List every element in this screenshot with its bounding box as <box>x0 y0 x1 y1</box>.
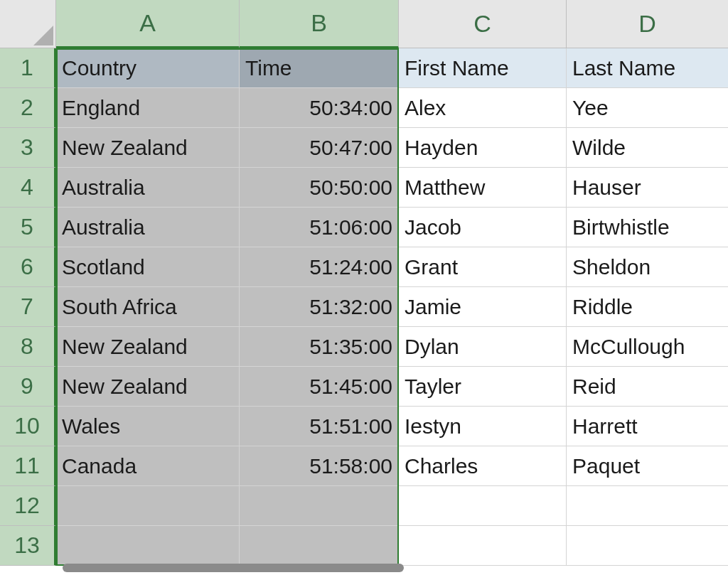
cell-B3[interactable]: 50:47:00 <box>240 128 399 168</box>
cell-D11[interactable]: Paquet <box>567 446 728 486</box>
column-header-B[interactable]: B <box>240 0 399 48</box>
row-header-1[interactable]: 1 <box>0 48 56 88</box>
cell-A13[interactable] <box>56 526 240 566</box>
row-header-12[interactable]: 12 <box>0 486 56 526</box>
horizontal-scrollbar[interactable] <box>63 564 717 572</box>
cell-B13[interactable] <box>240 526 399 566</box>
cell-D8[interactable]: McCullough <box>567 327 728 367</box>
table-row: Country Time First Name Last Name <box>56 48 728 88</box>
cell-C11[interactable]: Charles <box>399 446 567 486</box>
row-header-3[interactable]: 3 <box>0 128 56 168</box>
cell-B1[interactable]: Time <box>240 48 399 88</box>
row-header-7[interactable]: 7 <box>0 287 56 327</box>
cell-C2[interactable]: Alex <box>399 88 567 128</box>
cell-D12[interactable] <box>567 486 728 526</box>
cell-D3[interactable]: Wilde <box>567 128 728 168</box>
table-row: New Zealand 50:47:00 Hayden Wilde <box>56 128 728 168</box>
cell-D1[interactable]: Last Name <box>567 48 728 88</box>
table-row: Canada 51:58:00 Charles Paquet <box>56 446 728 486</box>
table-row: New Zealand 51:45:00 Tayler Reid <box>56 367 728 407</box>
table-row: Wales 51:51:00 Iestyn Harrett <box>56 407 728 446</box>
table-row: South Africa 51:32:00 Jamie Riddle <box>56 287 728 327</box>
select-all-corner[interactable] <box>0 0 56 48</box>
cell-D10[interactable]: Harrett <box>567 407 728 446</box>
cell-D7[interactable]: Riddle <box>567 287 728 327</box>
cell-D2[interactable]: Yee <box>567 88 728 128</box>
row-header-4[interactable]: 4 <box>0 168 56 208</box>
cell-C3[interactable]: Hayden <box>399 128 567 168</box>
table-row <box>56 486 728 526</box>
cell-C5[interactable]: Jacob <box>399 208 567 247</box>
cell-C13[interactable] <box>399 526 567 566</box>
row-header-10[interactable]: 10 <box>0 407 56 446</box>
table-row <box>56 526 728 566</box>
row-header-13[interactable]: 13 <box>0 526 56 566</box>
svg-marker-0 <box>33 26 53 45</box>
cell-B8[interactable]: 51:35:00 <box>240 327 399 367</box>
cell-B12[interactable] <box>240 486 399 526</box>
cell-C1[interactable]: First Name <box>399 48 567 88</box>
spreadsheet: A B C D 1 2 3 4 5 6 7 8 9 10 11 12 13 Co… <box>0 0 728 575</box>
row-header-6[interactable]: 6 <box>0 247 56 287</box>
cell-B11[interactable]: 51:58:00 <box>240 446 399 486</box>
table-row: England 50:34:00 Alex Yee <box>56 88 728 128</box>
row-header-11[interactable]: 11 <box>0 446 56 486</box>
cell-C8[interactable]: Dylan <box>399 327 567 367</box>
cell-A2[interactable]: England <box>56 88 240 128</box>
cell-C12[interactable] <box>399 486 567 526</box>
cell-A4[interactable]: Australia <box>56 168 240 208</box>
cell-D5[interactable]: Birtwhistle <box>567 208 728 247</box>
table-row: Australia 51:06:00 Jacob Birtwhistle <box>56 208 728 247</box>
table-row: Australia 50:50:00 Matthew Hauser <box>56 168 728 208</box>
select-all-triangle-icon <box>33 26 53 45</box>
row-header-9[interactable]: 9 <box>0 367 56 407</box>
cell-B4[interactable]: 50:50:00 <box>240 168 399 208</box>
cell-B9[interactable]: 51:45:00 <box>240 367 399 407</box>
cell-C9[interactable]: Tayler <box>399 367 567 407</box>
cell-grid: Country Time First Name Last Name Englan… <box>56 48 728 566</box>
cell-D4[interactable]: Hauser <box>567 168 728 208</box>
cell-C7[interactable]: Jamie <box>399 287 567 327</box>
row-header-2[interactable]: 2 <box>0 88 56 128</box>
cell-A5[interactable]: Australia <box>56 208 240 247</box>
cell-A6[interactable]: Scotland <box>56 247 240 287</box>
cell-A1[interactable]: Country <box>56 48 240 88</box>
horizontal-scrollbar-thumb[interactable] <box>63 564 404 572</box>
column-header-C[interactable]: C <box>399 0 567 48</box>
cell-A3[interactable]: New Zealand <box>56 128 240 168</box>
cell-D6[interactable]: Sheldon <box>567 247 728 287</box>
column-headers: A B C D <box>56 0 728 48</box>
cell-B7[interactable]: 51:32:00 <box>240 287 399 327</box>
cell-B5[interactable]: 51:06:00 <box>240 208 399 247</box>
cell-C4[interactable]: Matthew <box>399 168 567 208</box>
table-row: Scotland 51:24:00 Grant Sheldon <box>56 247 728 287</box>
cell-A11[interactable]: Canada <box>56 446 240 486</box>
cell-C10[interactable]: Iestyn <box>399 407 567 446</box>
cell-A12[interactable] <box>56 486 240 526</box>
row-header-5[interactable]: 5 <box>0 208 56 247</box>
cell-A10[interactable]: Wales <box>56 407 240 446</box>
column-header-A[interactable]: A <box>56 0 240 48</box>
cell-B2[interactable]: 50:34:00 <box>240 88 399 128</box>
column-header-D[interactable]: D <box>567 0 728 48</box>
cell-B10[interactable]: 51:51:00 <box>240 407 399 446</box>
cell-C6[interactable]: Grant <box>399 247 567 287</box>
table-row: New Zealand 51:35:00 Dylan McCullough <box>56 327 728 367</box>
cell-B6[interactable]: 51:24:00 <box>240 247 399 287</box>
cell-A9[interactable]: New Zealand <box>56 367 240 407</box>
cell-D13[interactable] <box>567 526 728 566</box>
cell-D9[interactable]: Reid <box>567 367 728 407</box>
row-header-8[interactable]: 8 <box>0 327 56 367</box>
row-headers: 1 2 3 4 5 6 7 8 9 10 11 12 13 <box>0 48 56 566</box>
cell-A7[interactable]: South Africa <box>56 287 240 327</box>
cell-A8[interactable]: New Zealand <box>56 327 240 367</box>
